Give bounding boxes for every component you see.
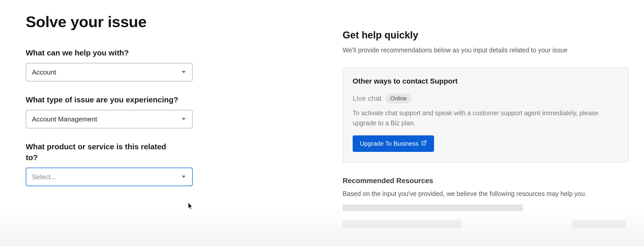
select-help-with[interactable]: Account [26,63,193,81]
chevron-down-icon [181,118,186,121]
recommended-subtitle: Based on the input you've provided, we b… [343,189,629,198]
chevron-down-icon [181,71,186,74]
form-group-product: What product or service is this related … [26,141,180,186]
svg-line-0 [423,141,426,143]
recommended-title: Recommended Resources [343,177,629,185]
label-product: What product or service is this related … [26,141,180,163]
form-group-help-with: What can we help you with? Account [26,47,180,81]
select-issue-type[interactable]: Account Management [26,110,193,128]
side-subtitle: We'll provide recommendations below as y… [343,45,629,55]
card-title: Other ways to contact Support [353,77,618,85]
side-title: Get help quickly [343,30,629,41]
label-help-with: What can we help you with? [26,47,180,58]
chevron-down-icon [181,175,186,178]
contact-support-card: Other ways to contact Support Live chat … [343,67,629,162]
card-description: To activate chat support and speak with … [353,108,618,128]
form-group-issue-type: What type of issue are you experiencing?… [26,94,180,128]
upgrade-button-label: Upgrade To Business [360,140,419,147]
select-help-with-value: Account [32,68,56,76]
select-product-placeholder: Select... [32,173,56,181]
page-title: Solve your issue [26,13,180,31]
external-link-icon [421,140,427,147]
select-issue-type-value: Account Management [32,115,97,123]
live-chat-label: Live chat [353,94,382,103]
status-badge: Online [386,94,411,103]
select-product[interactable]: Select... [26,168,193,186]
upgrade-button[interactable]: Upgrade To Business [353,135,434,152]
skeleton-loader-row [343,220,629,228]
skeleton-loader [343,204,523,211]
label-issue-type: What type of issue are you experiencing? [26,94,180,105]
skeleton-block [572,220,626,228]
skeleton-block [343,220,461,228]
